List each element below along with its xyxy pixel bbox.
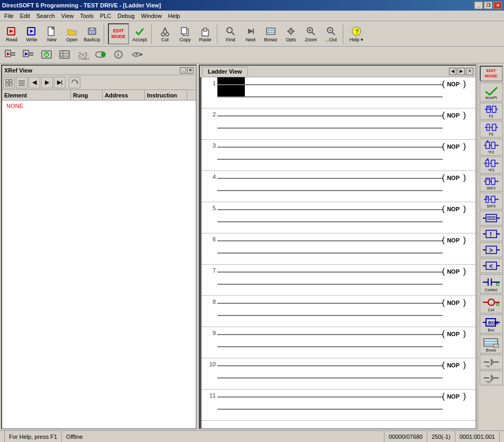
ladder-row[interactable]: 3 ( NOP ) bbox=[201, 140, 475, 171]
menu-view[interactable]: View bbox=[58, 12, 77, 20]
sidebar-accept-btn[interactable]: AccePt bbox=[480, 83, 503, 102]
new-button[interactable]: New bbox=[42, 23, 61, 45]
xref-grid-btn[interactable] bbox=[3, 77, 15, 88]
next-button[interactable]: Next bbox=[241, 23, 260, 45]
xref-next-btn[interactable]: ▶ bbox=[41, 77, 53, 88]
writep-button[interactable] bbox=[20, 48, 37, 62]
ladder-row[interactable]: 11 ( NOP ) bbox=[201, 390, 475, 421]
sidebar-shf3-btn[interactable]: ShF3 bbox=[480, 193, 503, 210]
toolbar-sep-4 bbox=[343, 24, 345, 44]
xref-list-btn[interactable] bbox=[16, 77, 28, 88]
sidebar-browz-btn[interactable]: Browz bbox=[480, 335, 503, 354]
sidebar-gt-btn[interactable]: > bbox=[480, 242, 503, 257]
data-button[interactable] bbox=[56, 48, 73, 62]
readp-button[interactable] bbox=[2, 48, 19, 62]
cut-button[interactable]: Cut bbox=[155, 23, 175, 45]
menu-search[interactable]: Search bbox=[33, 12, 58, 20]
opts-button[interactable]: Opts bbox=[281, 23, 300, 45]
xref-refresh-btn[interactable] bbox=[69, 77, 80, 88]
xref-last-btn[interactable]: ▶| bbox=[54, 77, 66, 88]
svg-rect-85 bbox=[485, 142, 489, 148]
sidebar-f3-btn[interactable]: F3 bbox=[480, 121, 503, 138]
ladder-row[interactable]: 5 ( NOP ) bbox=[201, 202, 475, 233]
xref-minimize-btn[interactable]: _ bbox=[180, 67, 186, 74]
sidebar-cf3-btn[interactable]: ^F3 bbox=[480, 157, 503, 174]
info-button[interactable]: i bbox=[110, 48, 127, 62]
xref-prev-btn[interactable]: ◀ bbox=[29, 77, 40, 88]
title-bar: DirectSOFT 5 Programming - TEST DRIVE - … bbox=[0, 0, 504, 11]
menu-file[interactable]: File bbox=[1, 12, 17, 20]
status-button[interactable] bbox=[38, 48, 55, 62]
sidebar-cf2-btn[interactable]: ^F2 bbox=[480, 139, 503, 156]
menu-debug[interactable]: Debug bbox=[114, 12, 138, 20]
syncr-button[interactable]: ▾ bbox=[128, 48, 145, 62]
sidebar-contact-label: Contact bbox=[484, 288, 497, 292]
zoom-button[interactable]: Zoom bbox=[301, 23, 320, 45]
paste-button[interactable]: Paste bbox=[196, 23, 215, 45]
ladder-next-btn[interactable]: ▶ bbox=[457, 68, 465, 75]
find-button[interactable]: Find bbox=[221, 23, 240, 45]
sidebar-cW-btn[interactable]: ^W bbox=[480, 371, 503, 385]
ladder-prev-btn[interactable]: ◀ bbox=[449, 68, 456, 75]
backup-button[interactable]: BackUp bbox=[83, 23, 102, 45]
sidebar-contact-icon bbox=[482, 276, 501, 288]
ladder-row[interactable]: 2 ( NOP ) bbox=[201, 109, 475, 140]
svg-text:i: i bbox=[117, 52, 119, 58]
mode-button[interactable] bbox=[92, 48, 109, 62]
xref-close-btn[interactable]: ✕ bbox=[187, 67, 194, 74]
svg-rect-39 bbox=[11, 52, 15, 53]
rung-wire bbox=[217, 147, 443, 148]
write-button[interactable]: Write bbox=[22, 23, 41, 45]
restore-button[interactable]: ❐ bbox=[484, 2, 492, 9]
ladder-row[interactable]: 8 ( NOP ) bbox=[201, 296, 475, 327]
accept-button[interactable]: Accept bbox=[130, 23, 149, 45]
ladder-title-bar: Ladder View ◀ ▶ ✕ bbox=[200, 66, 475, 77]
value-button[interactable]: 2+3 =Value bbox=[74, 48, 91, 62]
sidebar-box-btn[interactable]: BOX Box bbox=[480, 314, 503, 333]
edit-mode-button[interactable]: EDIT MODE bbox=[108, 23, 129, 44]
sidebar-eq-btn[interactable] bbox=[480, 211, 503, 225]
browz-button[interactable]: Browz bbox=[261, 23, 280, 45]
write-icon bbox=[26, 25, 38, 37]
ladder-row[interactable]: 10 ( NOP ) bbox=[201, 358, 475, 390]
out-button[interactable]: ...Out bbox=[322, 23, 341, 45]
ladder-row[interactable]: 9 ( NOP ) bbox=[201, 327, 475, 358]
help-button[interactable]: ? Help ▾ bbox=[347, 23, 366, 45]
menu-tools[interactable]: Tools bbox=[77, 12, 97, 20]
rung-wire-row-1: ( NOP ) bbox=[217, 173, 475, 183]
sidebar-excl-btn[interactable]: ! bbox=[480, 227, 503, 241]
sidebar-edit-mode[interactable]: EDITMODE bbox=[480, 66, 503, 82]
sidebar-f2-btn[interactable]: F2 bbox=[480, 103, 503, 120]
rung-body: ( NOP ) bbox=[217, 265, 475, 295]
status-mode: Offline bbox=[62, 431, 384, 442]
menu-plc[interactable]: PLC bbox=[97, 12, 114, 20]
svg-point-23 bbox=[290, 30, 292, 32]
svg-line-16 bbox=[232, 32, 234, 35]
ladder-row[interactable]: 1 ( NOP ) bbox=[201, 77, 475, 109]
ladder-close-btn[interactable]: ✕ bbox=[466, 68, 473, 75]
read-button[interactable]: Read bbox=[2, 23, 21, 45]
sidebar-coil-btn[interactable]: Coil bbox=[480, 294, 503, 313]
sidebar-cw-btn[interactable]: ^w bbox=[480, 355, 503, 369]
rung-wire bbox=[217, 303, 443, 304]
ladder-rows-area[interactable]: 1 ( NOP ) 2 ( NOP ) 3 ( NOP ) 4 ( NOP ) … bbox=[201, 77, 475, 428]
menu-window[interactable]: Window bbox=[138, 12, 165, 20]
sidebar-shf2-btn[interactable]: ShF2 bbox=[480, 175, 503, 192]
copy-button[interactable]: Copy bbox=[176, 23, 195, 45]
menu-edit[interactable]: Edit bbox=[17, 12, 33, 20]
minimize-button[interactable]: _ bbox=[474, 2, 483, 9]
sidebar-lt-btn[interactable]: < bbox=[480, 258, 503, 273]
ladder-row[interactable]: 7 ( NOP ) bbox=[201, 265, 475, 296]
ladder-view-tab[interactable]: Ladder View bbox=[202, 67, 248, 76]
ladder-row[interactable]: 4 ( NOP ) bbox=[201, 171, 475, 202]
close-button[interactable]: ✕ bbox=[493, 2, 502, 9]
open-button[interactable]: Open bbox=[62, 23, 81, 45]
cut-icon bbox=[159, 25, 171, 37]
rung-wire-row-2 bbox=[217, 159, 475, 168]
sidebar-contact-btn[interactable]: Contact bbox=[480, 274, 503, 293]
menu-help[interactable]: Help bbox=[165, 12, 184, 20]
rung-wire bbox=[217, 178, 443, 179]
rung-nop-instr: NOP bbox=[447, 268, 460, 275]
ladder-row[interactable]: 6 ( NOP ) bbox=[201, 233, 475, 265]
rung-body: ( NOP ) bbox=[217, 171, 475, 202]
